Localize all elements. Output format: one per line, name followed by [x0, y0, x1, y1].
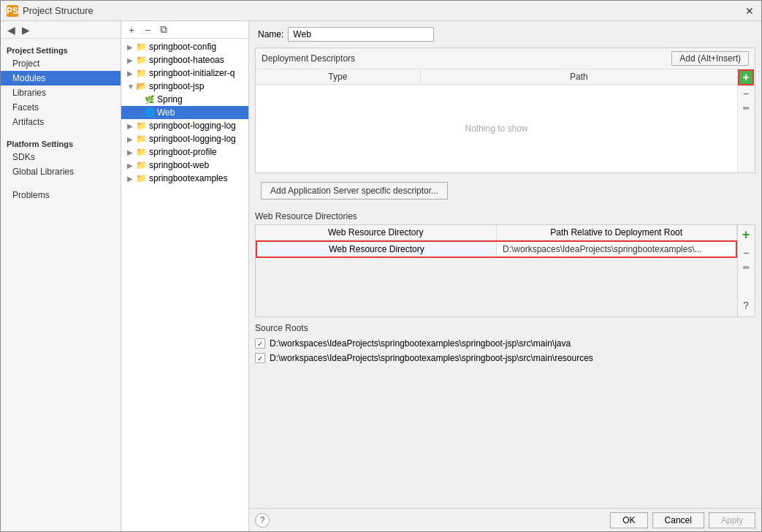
tree-item-springboot-hateoas[interactable]: ▶ 📁 springboot-hateoas [121, 53, 248, 66]
tree-remove-button[interactable]: − [140, 23, 155, 37]
tree-item-springboot-config[interactable]: ▶ 📁 springboot-config [121, 40, 248, 53]
folder-open-icon: 📂 [136, 81, 147, 91]
ok-button[interactable]: OK [610, 512, 647, 528]
expand-icon: ▶ [127, 162, 136, 170]
tree-item-springbootexamples[interactable]: ▶ 📁 springbootexamples [121, 172, 248, 185]
sidebar-item-project[interactable]: Project [1, 56, 121, 71]
web-resource-row[interactable]: Web Resource Directory D:\workspaces\Ide… [256, 240, 737, 258]
sidebar-item-facets[interactable]: Facets [1, 100, 121, 115]
web-resource-help-button[interactable]: ? [738, 297, 754, 314]
source-root-path-resources: D:\workspaces\IdeaProjects\springbootexa… [270, 353, 593, 363]
tree-item-spring[interactable]: 🌿 Spring [121, 93, 248, 106]
tree-item-springboot-logging-2[interactable]: ▶ 📁 springboot-logging-log [121, 132, 248, 145]
expand-icon: ▶ [127, 122, 136, 130]
deployment-add-button[interactable]: + [738, 69, 754, 86]
tree-panel: + − ⧉ ▶ 📁 springboot-config ▶ 📁 springbo… [121, 21, 249, 531]
tree-label: springboot-config [149, 42, 216, 52]
web-resource-add-button[interactable]: + [738, 225, 754, 245]
apply-button[interactable]: Apply [709, 512, 755, 528]
source-root-path-java: D:\workspaces\IdeaProjects\springbootexa… [270, 338, 571, 349]
help-button[interactable]: ? [255, 513, 270, 528]
tree-item-springboot-jsp[interactable]: ▼ 📂 springboot-jsp [121, 80, 248, 93]
tree-item-web[interactable]: 🌐 Web [121, 106, 248, 119]
deployment-remove-button[interactable]: − [738, 86, 754, 102]
web-resource-edit-button[interactable]: ✏ [738, 261, 754, 275]
title-bar: PS Project Structure ✕ [1, 1, 761, 21]
web-res-col-path: Path Relative to Deployment Root [497, 225, 738, 240]
add-server-container: Add Application Server specific descript… [255, 176, 755, 205]
tree-copy-button[interactable]: ⧉ [156, 23, 171, 37]
left-nav: Project Settings Project Modules Librari… [1, 39, 121, 531]
web-resource-dir-cell: Web Resource Directory [257, 242, 497, 256]
col-type: Type [256, 69, 421, 84]
source-root-item-java: D:\workspaces\IdeaProjects\springbootexa… [255, 336, 755, 351]
platform-settings-label: Platform Settings [1, 135, 121, 150]
web-res-col-dir: Web Resource Directory [256, 225, 497, 240]
tree-label: springboot-jsp [149, 81, 204, 91]
web-resource-remove-button[interactable]: − [738, 245, 754, 261]
tree-label: springbootexamples [149, 173, 227, 183]
project-structure-window: PS Project Structure ✕ ◀ ▶ Project Setti… [0, 0, 762, 532]
right-content: Deployment Descriptors Add (Alt+Insert) … [249, 48, 761, 508]
folder-icon: 📁 [136, 160, 147, 170]
folder-icon: 📁 [136, 147, 147, 157]
tree-label: springboot-logging-log [149, 134, 236, 144]
deployment-table-area: Type Path Nothing to show [256, 69, 737, 172]
deployment-table-header: Type Path [256, 69, 737, 85]
deployment-table-body: Nothing to show [256, 85, 737, 172]
tree-label: Spring [157, 94, 183, 104]
folder-icon: 📁 [136, 134, 147, 144]
deployment-side-buttons: + − ✏ [737, 69, 755, 172]
sidebar-item-modules[interactable]: Modules [1, 71, 121, 86]
expand-icon: ▶ [127, 56, 136, 64]
folder-icon: 📁 [136, 55, 147, 65]
expand-icon: ▶ [127, 148, 136, 156]
expand-icon: ▶ [127, 69, 136, 77]
tree-label: springboot-logging-log [149, 121, 236, 131]
web-icon: 🌐 [145, 108, 155, 118]
tree-add-button[interactable]: + [124, 23, 139, 37]
bottom-left: ? [255, 513, 270, 528]
nav-toolbar: ◀ ▶ [1, 21, 121, 39]
tree-item-springboot-logging-1[interactable]: ▶ 📁 springboot-logging-log [121, 119, 248, 132]
expand-icon [136, 96, 145, 104]
tree-toolbar: + − ⧉ [121, 21, 248, 39]
cancel-button[interactable]: Cancel [652, 512, 704, 528]
col-path: Path [421, 69, 737, 84]
app-icon: PS [7, 5, 18, 17]
tree-item-springboot-initializer[interactable]: ▶ 📁 springboot-initializer-q [121, 66, 248, 80]
close-button[interactable]: ✕ [744, 5, 755, 17]
tree-label: springboot-web [149, 160, 209, 170]
source-root-checkbox-java[interactable] [255, 338, 265, 349]
add-server-button[interactable]: Add Application Server specific descript… [261, 182, 448, 200]
tree-label: springboot-initializer-q [149, 68, 235, 78]
tree-item-springboot-web[interactable]: ▶ 📁 springboot-web [121, 159, 248, 172]
tree-label: springboot-hateoas [149, 55, 224, 65]
expand-icon: ▶ [127, 175, 136, 183]
bottom-bar: ? OK Cancel Apply [249, 508, 761, 531]
nav-forward-button[interactable]: ▶ [18, 23, 33, 37]
deployment-edit-button[interactable]: ✏ [738, 102, 754, 115]
folder-icon: 📁 [136, 173, 147, 183]
sidebar-item-problems[interactable]: Problems [1, 188, 121, 202]
folder-icon: 📁 [136, 121, 147, 131]
source-roots-label: Source Roots [255, 323, 755, 333]
name-input[interactable] [288, 27, 434, 42]
folder-icon: 📁 [136, 42, 147, 52]
sidebar-item-libraries[interactable]: Libraries [1, 86, 121, 100]
nav-back-button[interactable]: ◀ [4, 23, 18, 37]
tree-content: ▶ 📁 springboot-config ▶ 📁 springboot-hat… [121, 39, 248, 531]
folder-icon: 📁 [136, 68, 147, 78]
add-alt-insert-button[interactable]: Add (Alt+Insert) [671, 51, 749, 66]
sidebar-item-sdks[interactable]: SDKs [1, 150, 121, 164]
expand-icon [136, 109, 145, 117]
sidebar-item-artifacts[interactable]: Artifacts [1, 115, 121, 129]
source-root-checkbox-resources[interactable] [255, 353, 265, 363]
tree-item-springboot-profile[interactable]: ▶ 📁 springboot-profile [121, 145, 248, 159]
name-label: Name: [258, 29, 283, 39]
window-title: Project Structure [23, 5, 744, 16]
main-content: ◀ ▶ Project Settings Project Modules Lib… [1, 21, 761, 531]
web-resource-section: Web Resource Directories Web Resource Di… [255, 211, 755, 317]
expand-icon: ▼ [127, 83, 136, 91]
sidebar-item-global-libraries[interactable]: Global Libraries [1, 164, 121, 179]
